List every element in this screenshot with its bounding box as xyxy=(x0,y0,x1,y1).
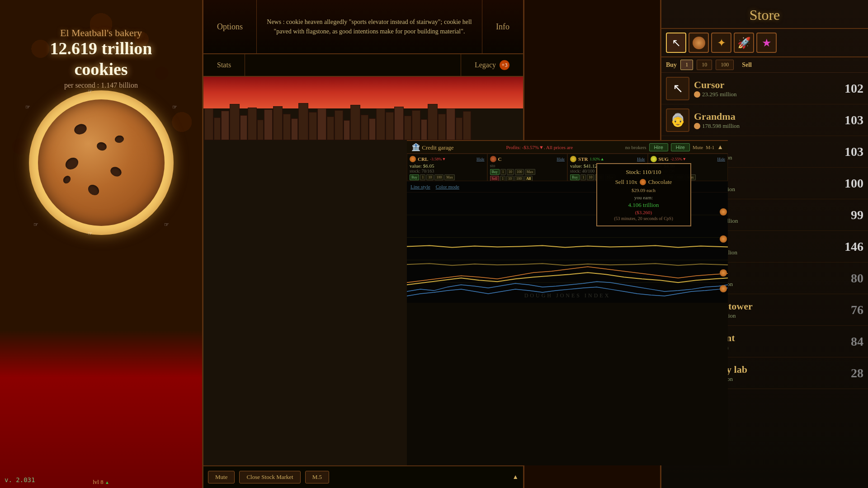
chart-cookie-3 xyxy=(720,269,727,277)
building xyxy=(204,108,213,140)
building xyxy=(283,114,291,140)
hire-button[interactable]: Hire xyxy=(649,143,668,151)
c-buy-10[interactable]: 10 xyxy=(507,169,514,175)
mute-indicator[interactable]: Mute xyxy=(693,145,703,150)
cursor-tool-icon: ↖ xyxy=(672,37,681,49)
str-buy-btn[interactable]: Buy xyxy=(570,174,580,180)
buy-10-btn[interactable]: 10 xyxy=(697,60,712,70)
c-buy-btn[interactable]: Buy xyxy=(490,169,500,175)
sun-tool-btn[interactable]: ✦ xyxy=(711,33,731,53)
building xyxy=(456,117,462,140)
crl-value: value: $6.05 xyxy=(410,163,485,169)
stats-button[interactable]: Stats xyxy=(203,54,245,76)
stock-market-bottom-bar: Mute Close Stock Market M.5 ▲ xyxy=(203,465,523,488)
grandma-name: Grandma xyxy=(694,111,839,122)
building xyxy=(291,118,298,140)
cookie-tool-btn[interactable] xyxy=(689,33,709,53)
cursor-count: 102 xyxy=(843,81,863,96)
building xyxy=(264,109,273,140)
buy-1-btn[interactable]: 1 xyxy=(680,60,693,70)
close-stock-market-btn[interactable]: Close Stock Market xyxy=(239,471,300,483)
grandma-info: Grandma 178.598 million xyxy=(694,111,839,130)
hire-button-2[interactable]: Hire xyxy=(671,143,690,151)
building xyxy=(350,105,360,140)
str-hide[interactable]: Hide xyxy=(637,157,645,161)
crl-change: -3.58%▼ xyxy=(430,157,446,161)
level-arrow: ▲ xyxy=(105,480,109,485)
tooltip-choc-icon xyxy=(640,179,646,185)
crl-buy-10[interactable]: 10 xyxy=(426,174,434,180)
cookie-count-unit: cookies xyxy=(74,60,127,79)
options-button[interactable]: Options xyxy=(203,0,257,53)
tooltip-title: Stock: 110/110 xyxy=(603,169,685,176)
brokers-section: no brokers Hire Hire Mute M-1 ▲ xyxy=(625,143,723,151)
line-style-btn[interactable]: Line style xyxy=(410,184,430,189)
rocket-tool-btn[interactable]: 🚀 xyxy=(734,33,754,53)
no-brokers-text: no brokers xyxy=(625,145,646,150)
expand-btn[interactable]: ▲ xyxy=(512,474,519,481)
building xyxy=(344,120,350,140)
c-buy-1[interactable]: 1 xyxy=(500,169,506,175)
c-buy-max[interactable]: Max xyxy=(525,169,535,175)
tooltip-sell-line: Sell 110x Chocolate xyxy=(603,178,685,186)
building xyxy=(361,115,368,140)
alchemy-count: 28 xyxy=(843,366,863,380)
level-badge: lvl 8 ▲ xyxy=(93,479,109,486)
info-button[interactable]: Info xyxy=(482,0,523,53)
stock-market-panel: 🏦 Credit garage Profits: -$3.57%▼. All p… xyxy=(407,140,728,465)
news-ticker: News : cookie heaven allegedly "sports e… xyxy=(257,0,482,53)
tooltip-earn-label: you earn: xyxy=(603,195,685,200)
buy-100-btn[interactable]: 100 xyxy=(716,60,734,70)
m5-btn[interactable]: M.5 xyxy=(305,471,329,483)
building xyxy=(404,116,411,140)
credit-garage-title: 🏦 Credit garage xyxy=(411,143,454,151)
building xyxy=(221,111,229,140)
building xyxy=(273,106,283,140)
building xyxy=(463,111,471,140)
crl-ticker: CRL xyxy=(418,156,428,162)
store-item-cursor[interactable]: ↖ Cursor 23.295 million 102 xyxy=(661,73,868,104)
nav-bar: Stats Legacy +3 xyxy=(203,54,523,77)
color-mode-btn[interactable]: Color mode xyxy=(436,184,459,189)
game-visual-area xyxy=(203,77,523,142)
c-icon xyxy=(490,156,496,162)
str-icon xyxy=(570,156,576,162)
cursor-tool-btn[interactable]: ↖ xyxy=(666,33,686,53)
legacy-button[interactable]: Legacy +3 xyxy=(461,54,523,76)
star-tool-btn[interactable]: ★ xyxy=(756,33,777,53)
cursor-emoji: ↖ xyxy=(673,81,683,96)
building xyxy=(248,108,257,140)
sug-icon xyxy=(651,156,657,162)
crl-buy-max[interactable]: Max xyxy=(444,174,455,180)
wizard-count: 76 xyxy=(843,303,863,317)
crl-buy-btn[interactable]: Buy xyxy=(410,174,419,180)
main-cookie[interactable]: ☞ ☞ ☞ ☞ ☞ ☞ xyxy=(29,90,174,235)
cursor-item-icon: ↖ xyxy=(666,77,689,100)
shipment-count: 84 xyxy=(843,334,863,349)
cursor-cost: 23.295 million xyxy=(694,91,839,98)
c-hide[interactable]: Hide xyxy=(557,157,565,161)
building xyxy=(438,114,446,140)
mute-btn[interactable]: Mute xyxy=(208,471,235,483)
crl-buy-1[interactable]: 1 xyxy=(420,174,425,180)
building xyxy=(376,108,385,140)
bakery-title: El Meatball's bakery xyxy=(0,27,202,39)
left-panel: El Meatball's bakery 12.619 trillion coo… xyxy=(0,0,203,488)
str-buy-10[interactable]: 10 xyxy=(587,174,594,180)
c-buy-100[interactable]: 100 xyxy=(515,169,524,175)
store-item-grandma[interactable]: 👵 Grandma 178.598 million 103 xyxy=(661,104,868,136)
earn-value-text: 4.106 trillion xyxy=(628,202,659,208)
sug-hide[interactable]: Hide xyxy=(717,157,726,161)
cursor-cost-icon xyxy=(694,91,700,98)
building xyxy=(369,118,376,140)
expand-icon[interactable]: ▲ xyxy=(717,144,723,151)
str-buy-1[interactable]: 1 xyxy=(580,174,586,180)
buy-label: Buy xyxy=(666,61,677,69)
lvl-indicator: M-1 xyxy=(706,145,714,150)
store-title: Store xyxy=(661,0,868,29)
grandma-emoji: 👵 xyxy=(670,113,686,127)
store-toolbar: ↖ ✦ 🚀 ★ xyxy=(661,29,868,57)
crl-buy-100[interactable]: 100 xyxy=(434,174,443,180)
crl-hide[interactable]: Hide xyxy=(476,157,485,161)
cursor-info: Cursor 23.295 million xyxy=(694,79,839,98)
